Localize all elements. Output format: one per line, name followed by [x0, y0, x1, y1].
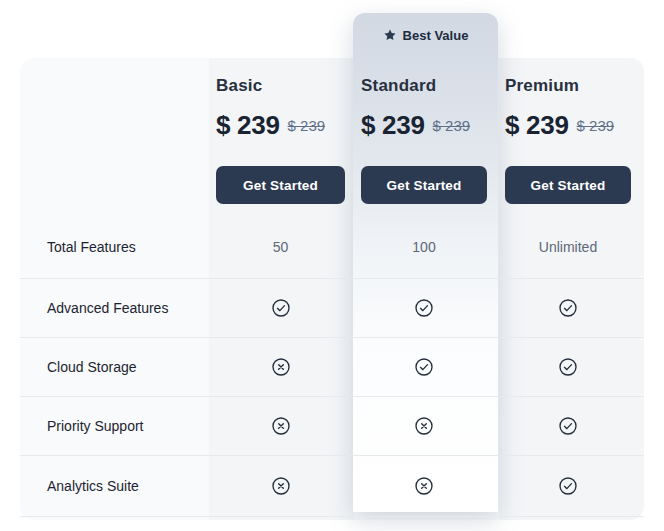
current-price: $ 239	[361, 110, 425, 141]
feature-row-priority-support: Priority Support	[20, 397, 644, 456]
feature-cell	[505, 298, 631, 318]
check-icon	[558, 416, 578, 436]
feature-label: Analytics Suite	[47, 478, 139, 494]
feature-row-cloud-storage: Cloud Storage	[20, 338, 644, 397]
feature-cell	[361, 298, 487, 318]
best-value-label: Best Value	[403, 28, 469, 43]
feature-cell	[216, 357, 345, 377]
feature-cell	[216, 298, 345, 318]
cross-icon	[414, 416, 434, 436]
feature-label: Priority Support	[47, 418, 143, 434]
price-line: $ 239 $ 239	[361, 110, 470, 141]
original-price: $ 239	[433, 117, 471, 134]
feature-cell	[216, 476, 345, 496]
check-icon	[414, 357, 434, 377]
feature-cell	[505, 416, 631, 436]
feature-value: Unlimited	[505, 239, 631, 255]
cross-icon	[271, 416, 291, 436]
check-icon	[271, 298, 291, 318]
current-price: $ 239	[505, 110, 569, 141]
feature-label: Total Features	[47, 239, 136, 255]
get-started-button-basic[interactable]: Get Started	[216, 166, 345, 204]
current-price: $ 239	[216, 110, 280, 141]
feature-row-total-features: Total Features 50 100 Unlimited	[20, 216, 644, 279]
feature-cell	[216, 416, 345, 436]
cross-icon	[271, 357, 291, 377]
check-icon	[558, 298, 578, 318]
feature-label: Cloud Storage	[47, 359, 137, 375]
feature-value: 50	[216, 239, 345, 255]
price-line: $ 239 $ 239	[216, 110, 325, 141]
get-started-button-standard[interactable]: Get Started	[361, 166, 487, 204]
check-icon	[558, 357, 578, 377]
check-icon	[558, 476, 578, 496]
price-line: $ 239 $ 239	[505, 110, 614, 141]
feature-cell	[505, 476, 631, 496]
check-icon	[414, 298, 434, 318]
cross-icon	[414, 476, 434, 496]
original-price: $ 239	[577, 117, 615, 134]
original-price: $ 239	[288, 117, 326, 134]
plan-name: Basic	[216, 76, 262, 96]
feature-table: Total Features 50 100 Unlimited Advanced…	[20, 216, 644, 517]
feature-value: 100	[361, 239, 487, 255]
cross-icon	[271, 476, 291, 496]
feature-label: Advanced Features	[47, 300, 168, 316]
plan-name: Premium	[505, 76, 579, 96]
feature-cell	[505, 357, 631, 377]
feature-cell	[361, 476, 487, 496]
get-started-button-premium[interactable]: Get Started	[505, 166, 631, 204]
plan-name: Standard	[361, 76, 436, 96]
feature-row-analytics-suite: Analytics Suite	[20, 456, 644, 517]
best-value-badge: Best Value	[353, 26, 498, 44]
feature-cell	[361, 357, 487, 377]
star-icon	[383, 28, 397, 42]
feature-cell	[361, 416, 487, 436]
feature-row-advanced-features: Advanced Features	[20, 279, 644, 338]
